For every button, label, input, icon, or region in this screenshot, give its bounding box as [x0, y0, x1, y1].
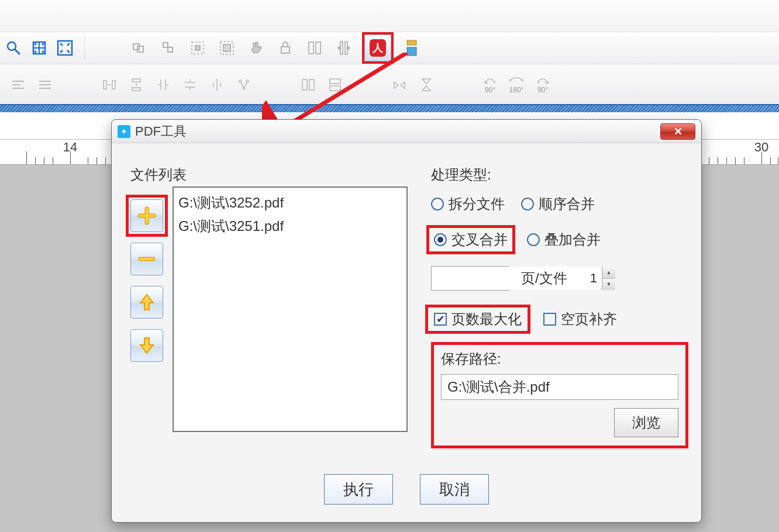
toolbar-separator: [84, 36, 85, 60]
blue-stripe: [0, 105, 779, 112]
zoom-icon[interactable]: [5, 39, 22, 57]
svg-rect-40: [330, 86, 340, 91]
svg-point-34: [239, 80, 242, 82]
group-2-icon[interactable]: [160, 39, 177, 57]
svg-rect-3: [58, 41, 72, 55]
rotate-90cw-icon[interactable]: 90°: [536, 75, 550, 94]
svg-rect-11: [223, 44, 230, 51]
pages-unit-label: 页/文件: [521, 269, 567, 288]
select-1-icon[interactable]: [189, 39, 206, 57]
align-left-icon[interactable]: [11, 77, 26, 92]
svg-line-1: [15, 50, 19, 54]
spin-down-button[interactable]: ▼: [602, 279, 615, 291]
rotate-90-icon[interactable]: 90°: [483, 75, 497, 94]
toolbar-row-2: 90° 180° 90°: [0, 64, 779, 105]
radio-overlay-merge[interactable]: 叠加合并: [527, 230, 601, 249]
file-listbox[interactable]: G:\测试\3252.pdf G:\测试\3251.pdf: [173, 186, 408, 432]
process-type-label: 处理类型:: [431, 165, 688, 184]
save-path-input[interactable]: G:\测试\合并.pdf: [441, 374, 678, 400]
svg-rect-25: [104, 81, 106, 89]
center-icon[interactable]: [209, 77, 225, 92]
compare-icon[interactable]: [306, 39, 323, 57]
close-button[interactable]: ✕: [660, 123, 695, 140]
highlight-box: [126, 195, 168, 237]
pages-per-file-input[interactable]: ▲ ▼: [431, 266, 509, 291]
app-icon: ✦: [118, 125, 130, 138]
checkbox-icon: ✔: [434, 313, 447, 326]
pdf-tool-button[interactable]: 人: [364, 34, 391, 61]
svg-rect-27: [132, 79, 140, 82]
group-1-icon[interactable]: [130, 39, 148, 57]
execute-button[interactable]: 执行: [324, 474, 393, 505]
toolbar-row-0: [0, 0, 779, 32]
svg-rect-12: [281, 47, 289, 53]
lock-icon[interactable]: [277, 39, 294, 57]
cancel-button[interactable]: 取消: [420, 474, 489, 505]
dialog-titlebar[interactable]: ✦ PDF工具 ✕: [112, 120, 701, 143]
dialog-title: PDF工具: [135, 123, 187, 140]
svg-rect-39: [330, 79, 340, 84]
svg-rect-14: [316, 42, 320, 54]
select-2-icon[interactable]: [218, 39, 236, 57]
flip-h-icon[interactable]: [392, 77, 407, 92]
save-path-section: 保存路径: G:\测试\合并.pdf 浏览: [431, 342, 688, 448]
svg-rect-18: [407, 47, 416, 56]
svg-point-0: [8, 42, 16, 50]
dist-v-icon[interactable]: [129, 77, 144, 92]
list-item[interactable]: G:\测试\3251.pdf: [178, 215, 402, 238]
spread-h-icon[interactable]: [156, 77, 171, 92]
svg-rect-17: [407, 40, 416, 45]
radio-icon: [431, 198, 444, 210]
svg-rect-37: [302, 80, 307, 90]
svg-rect-28: [132, 88, 140, 91]
svg-rect-26: [112, 81, 115, 89]
spread-v-icon[interactable]: [182, 77, 198, 92]
color-stack-icon[interactable]: [403, 39, 420, 57]
svg-rect-9: [195, 46, 200, 50]
svg-rect-13: [309, 42, 313, 54]
svg-point-35: [246, 80, 249, 82]
radio-icon: [527, 233, 540, 246]
browse-button[interactable]: 浏览: [614, 408, 678, 437]
svg-point-36: [243, 87, 245, 89]
svg-rect-6: [163, 43, 168, 47]
radio-seq-merge[interactable]: 顺序合并: [521, 195, 595, 213]
mirror-h-icon[interactable]: [301, 77, 316, 92]
remove-file-button[interactable]: [130, 243, 163, 275]
align-justify-icon[interactable]: [37, 77, 53, 92]
radio-cross-merge[interactable]: 交叉合并: [426, 225, 515, 254]
spin-up-button[interactable]: ▲: [602, 267, 615, 279]
flip-v-icon[interactable]: [419, 77, 434, 92]
save-path-label: 保存路径:: [441, 350, 678, 368]
toolbar-row-1: 人: [0, 32, 779, 64]
highlight-box: [362, 32, 394, 64]
dist-h-icon[interactable]: [102, 77, 117, 92]
pad-blank-checkbox[interactable]: 空页补齐: [543, 310, 617, 329]
file-list-label: 文件列表: [130, 165, 187, 184]
node-icon[interactable]: [236, 77, 251, 92]
svg-rect-4: [133, 44, 139, 50]
radio-icon: [434, 233, 447, 246]
rotate-180-icon[interactable]: 180°: [509, 75, 524, 94]
mirror-v-icon[interactable]: [328, 77, 343, 92]
svg-rect-5: [137, 46, 143, 52]
list-item[interactable]: G:\测试\3252.pdf: [178, 191, 402, 215]
maximize-pages-checkbox[interactable]: ✔ 页数最大化: [425, 305, 530, 334]
fit-out-icon[interactable]: [30, 39, 48, 57]
radio-split[interactable]: 拆分文件: [431, 195, 505, 213]
checkbox-icon: [543, 313, 556, 326]
radio-icon: [521, 198, 534, 210]
svg-rect-38: [309, 80, 314, 90]
align-1-icon[interactable]: [335, 39, 353, 57]
hand-icon[interactable]: [247, 39, 265, 57]
fit-in-icon[interactable]: [56, 39, 74, 57]
move-up-button[interactable]: [130, 286, 163, 319]
pdf-tool-dialog: ✦ PDF工具 ✕ 文件列表 G:\测试\3252: [111, 119, 702, 523]
pages-value[interactable]: [432, 267, 602, 290]
move-down-button[interactable]: [130, 329, 163, 362]
close-icon: ✕: [674, 125, 683, 138]
svg-rect-7: [168, 47, 173, 52]
